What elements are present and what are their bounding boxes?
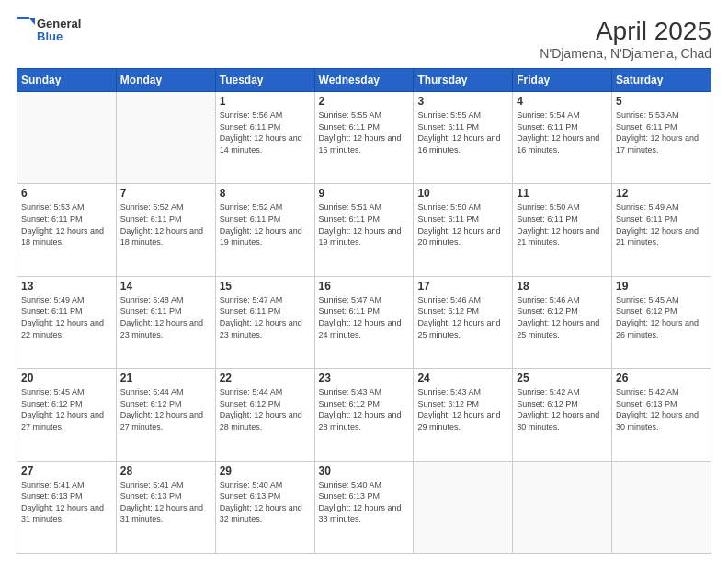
weekday-header-friday: Friday [513,69,612,92]
day-number: 13 [21,280,112,293]
day-number: 25 [517,372,608,385]
day-info: Sunrise: 5:41 AM Sunset: 6:13 PM Dayligh… [120,479,211,525]
day-cell: 21Sunrise: 5:44 AM Sunset: 6:12 PM Dayli… [116,369,215,461]
day-info: Sunrise: 5:40 AM Sunset: 6:13 PM Dayligh… [319,479,410,525]
day-number: 10 [417,187,508,200]
day-cell: 23Sunrise: 5:43 AM Sunset: 6:12 PM Dayli… [314,369,414,461]
day-info: Sunrise: 5:49 AM Sunset: 6:11 PM Dayligh… [21,294,112,340]
weekday-header-sunday: Sunday [17,69,117,92]
logo: General Blue [17,17,81,44]
svg-rect-1 [17,17,29,19]
day-number: 19 [616,280,707,293]
day-cell: 22Sunrise: 5:44 AM Sunset: 6:12 PM Dayli… [215,369,314,461]
day-cell: 16Sunrise: 5:47 AM Sunset: 6:11 PM Dayli… [314,276,414,368]
day-info: Sunrise: 5:51 AM Sunset: 6:11 PM Dayligh… [319,201,410,247]
weekday-header-wednesday: Wednesday [314,69,414,92]
day-number: 30 [319,465,410,477]
day-number: 20 [21,372,112,385]
day-cell: 11Sunrise: 5:50 AM Sunset: 6:11 PM Dayli… [513,184,612,276]
day-cell: 26Sunrise: 5:42 AM Sunset: 6:13 PM Dayli… [612,369,711,461]
logo-general: General [37,17,81,30]
day-number: 28 [120,465,211,477]
day-number: 23 [319,372,410,385]
weekday-header-monday: Monday [116,69,215,92]
day-cell: 29Sunrise: 5:40 AM Sunset: 6:13 PM Dayli… [215,461,314,553]
day-number: 18 [517,280,608,293]
day-cell: 18Sunrise: 5:46 AM Sunset: 6:12 PM Dayli… [513,276,612,368]
day-cell: 7Sunrise: 5:52 AM Sunset: 6:11 PM Daylig… [116,184,215,276]
day-info: Sunrise: 5:55 AM Sunset: 6:11 PM Dayligh… [319,109,410,155]
calendar-body: 1Sunrise: 5:56 AM Sunset: 6:11 PM Daylig… [17,92,711,554]
day-info: Sunrise: 5:44 AM Sunset: 6:12 PM Dayligh… [220,386,311,432]
day-number: 27 [21,465,112,477]
day-info: Sunrise: 5:54 AM Sunset: 6:11 PM Dayligh… [517,109,608,155]
day-info: Sunrise: 5:45 AM Sunset: 6:12 PM Dayligh… [21,386,112,432]
logo-icon [17,17,35,44]
day-cell: 8Sunrise: 5:52 AM Sunset: 6:11 PM Daylig… [215,184,314,276]
day-cell: 28Sunrise: 5:41 AM Sunset: 6:13 PM Dayli… [116,461,215,553]
day-number: 8 [220,187,311,200]
day-cell [513,461,612,553]
day-info: Sunrise: 5:42 AM Sunset: 6:12 PM Dayligh… [517,386,608,432]
day-info: Sunrise: 5:43 AM Sunset: 6:12 PM Dayligh… [417,386,508,432]
day-number: 21 [120,372,211,385]
day-cell: 25Sunrise: 5:42 AM Sunset: 6:12 PM Dayli… [513,369,612,461]
calendar-header: SundayMondayTuesdayWednesdayThursdayFrid… [17,69,711,92]
day-number: 26 [616,372,707,385]
day-info: Sunrise: 5:46 AM Sunset: 6:12 PM Dayligh… [517,294,608,340]
day-info: Sunrise: 5:55 AM Sunset: 6:11 PM Dayligh… [417,109,508,155]
day-info: Sunrise: 5:45 AM Sunset: 6:12 PM Dayligh… [616,294,707,340]
day-number: 5 [616,95,707,108]
weekday-header-thursday: Thursday [414,69,513,92]
day-number: 17 [417,280,508,293]
day-cell: 30Sunrise: 5:40 AM Sunset: 6:13 PM Dayli… [314,461,414,553]
day-number: 22 [220,372,311,385]
day-cell: 14Sunrise: 5:48 AM Sunset: 6:11 PM Dayli… [116,276,215,368]
day-cell: 13Sunrise: 5:49 AM Sunset: 6:11 PM Dayli… [17,276,117,368]
day-cell: 3Sunrise: 5:55 AM Sunset: 6:11 PM Daylig… [414,92,513,184]
page: General Blue April 2025 N'Djamena, N'Dja… [0,0,728,563]
day-number: 16 [319,280,410,293]
week-row-4: 27Sunrise: 5:41 AM Sunset: 6:13 PM Dayli… [17,461,711,553]
day-number: 14 [120,280,211,293]
day-cell: 4Sunrise: 5:54 AM Sunset: 6:11 PM Daylig… [513,92,612,184]
day-number: 2 [319,95,410,108]
weekday-header-tuesday: Tuesday [215,69,314,92]
page-title: April 2025 [540,17,711,46]
day-info: Sunrise: 5:40 AM Sunset: 6:13 PM Dayligh… [220,479,311,525]
day-info: Sunrise: 5:53 AM Sunset: 6:11 PM Dayligh… [21,201,112,247]
day-number: 3 [417,95,508,108]
day-cell [116,92,215,184]
day-info: Sunrise: 5:46 AM Sunset: 6:12 PM Dayligh… [417,294,508,340]
day-cell: 6Sunrise: 5:53 AM Sunset: 6:11 PM Daylig… [17,184,117,276]
calendar-table: SundayMondayTuesdayWednesdayThursdayFrid… [17,68,711,554]
day-number: 6 [21,187,112,200]
day-cell: 27Sunrise: 5:41 AM Sunset: 6:13 PM Dayli… [17,461,117,553]
day-cell: 5Sunrise: 5:53 AM Sunset: 6:11 PM Daylig… [612,92,711,184]
day-info: Sunrise: 5:52 AM Sunset: 6:11 PM Dayligh… [220,201,311,247]
day-info: Sunrise: 5:47 AM Sunset: 6:11 PM Dayligh… [319,294,410,340]
week-row-1: 6Sunrise: 5:53 AM Sunset: 6:11 PM Daylig… [17,184,711,276]
day-info: Sunrise: 5:44 AM Sunset: 6:12 PM Dayligh… [120,386,211,432]
day-number: 24 [417,372,508,385]
day-number: 1 [220,95,311,108]
day-cell: 10Sunrise: 5:50 AM Sunset: 6:11 PM Dayli… [414,184,513,276]
day-info: Sunrise: 5:50 AM Sunset: 6:11 PM Dayligh… [417,201,508,247]
day-number: 9 [319,187,410,200]
header: General Blue April 2025 N'Djamena, N'Dja… [17,17,711,61]
day-cell: 9Sunrise: 5:51 AM Sunset: 6:11 PM Daylig… [314,184,414,276]
day-info: Sunrise: 5:41 AM Sunset: 6:13 PM Dayligh… [21,479,112,525]
day-info: Sunrise: 5:47 AM Sunset: 6:11 PM Dayligh… [220,294,311,340]
day-info: Sunrise: 5:48 AM Sunset: 6:11 PM Dayligh… [120,294,211,340]
day-info: Sunrise: 5:56 AM Sunset: 6:11 PM Dayligh… [220,109,311,155]
week-row-2: 13Sunrise: 5:49 AM Sunset: 6:11 PM Dayli… [17,276,711,368]
title-block: April 2025 N'Djamena, N'Djamena, Chad [540,17,711,61]
day-cell [414,461,513,553]
week-row-0: 1Sunrise: 5:56 AM Sunset: 6:11 PM Daylig… [17,92,711,184]
weekday-header-saturday: Saturday [612,69,711,92]
day-cell: 1Sunrise: 5:56 AM Sunset: 6:11 PM Daylig… [215,92,314,184]
logo-blue: Blue [37,30,81,43]
day-cell: 2Sunrise: 5:55 AM Sunset: 6:11 PM Daylig… [314,92,414,184]
day-number: 7 [120,187,211,200]
day-number: 15 [220,280,311,293]
